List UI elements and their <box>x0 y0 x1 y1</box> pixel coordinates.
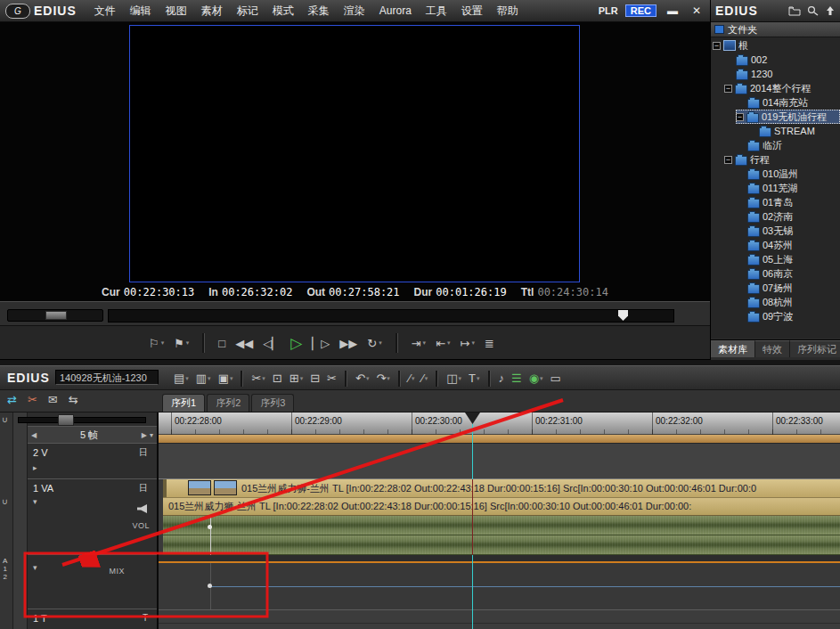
undo-button[interactable]: ↶▾ <box>353 371 371 386</box>
mix-label[interactable]: MIX <box>109 567 125 576</box>
track-header-2v[interactable]: 2 V 日 ▸ <box>28 444 157 479</box>
tab-sequence-3[interactable]: 序列3 <box>251 394 294 412</box>
folder-icon[interactable] <box>788 5 801 16</box>
collapse-icon[interactable]: − <box>736 113 744 121</box>
tab-effects[interactable]: 特效 <box>755 340 790 357</box>
inout-range-bar[interactable] <box>159 435 840 444</box>
set-out-button[interactable]: ⚑ ▾ <box>171 335 192 352</box>
tree-item-root[interactable]: − 根 <box>713 38 840 53</box>
position-marker[interactable] <box>618 310 628 321</box>
collapse-track-icon[interactable]: ▾ <box>33 497 37 506</box>
tree-item[interactable]: 02济南 <box>736 209 840 224</box>
menu-file[interactable]: 文件 <box>87 4 123 19</box>
sync-lock-icon[interactable]: ∪ <box>2 415 8 424</box>
rewind-button[interactable]: ◀◀ <box>232 335 256 352</box>
tree-item[interactable]: 09宁波 <box>736 309 840 323</box>
tree-item[interactable]: STREAM <box>747 124 840 138</box>
swap-mode-icon[interactable]: ⇆ <box>69 393 78 406</box>
tree-item[interactable]: 04苏州 <box>736 238 840 252</box>
title-track-icon[interactable]: T <box>143 613 148 623</box>
next-edit-point-button[interactable]: ↦ ▾ <box>458 335 477 352</box>
set-in-button[interactable]: ⚐ ▾ <box>146 335 167 352</box>
tree-item[interactable]: 011芜湖 <box>736 181 840 195</box>
tree-item[interactable]: 002 <box>724 53 840 67</box>
replace-button[interactable]: ⊟ <box>307 371 322 386</box>
jog-shuttle-button[interactable]: ≣ <box>482 335 497 352</box>
rec-mode-button[interactable]: REC <box>625 4 657 17</box>
track-lane-audio[interactable] <box>159 563 840 609</box>
tree-item[interactable]: 08杭州 <box>736 295 840 309</box>
add-cut-point-button[interactable]: ∕▾ <box>406 371 418 386</box>
copy-button[interactable]: ⊡ <box>270 371 285 386</box>
audio-mixer-button[interactable]: ☰ <box>509 371 525 386</box>
expand-track-icon[interactable]: ▸ <box>33 463 37 472</box>
tree-item[interactable]: 01青岛 <box>736 195 840 209</box>
video-mute-icon[interactable]: 日 <box>139 482 148 494</box>
collapse-track-icon[interactable]: ▾ <box>33 563 37 572</box>
video-clip[interactable]: 015兰州威力狮-兰州 TL [In:00:22:28:02 Out:00:22… <box>163 479 840 498</box>
chevron-down-icon[interactable]: ▾ <box>150 431 153 439</box>
trim-button[interactable]: ∕▾ <box>420 371 431 386</box>
tab-sequence-marker[interactable]: 序列标记 <box>790 340 840 357</box>
next-frame-button[interactable]: ▏▷ <box>309 335 332 352</box>
export-button[interactable]: ◉▾ <box>526 371 546 386</box>
step-right-icon[interactable]: ▶ <box>142 431 147 439</box>
minimize-button[interactable]: ▬ <box>664 4 681 17</box>
tree-item[interactable]: − 行程 <box>724 152 840 167</box>
menu-capture[interactable]: 采集 <box>301 4 337 19</box>
new-sequence-button[interactable]: ▤▾ <box>171 371 192 386</box>
search-icon[interactable] <box>807 5 819 16</box>
tree-item-selected[interactable]: − 019无机油行程 <box>736 110 840 124</box>
menu-aurora[interactable]: Aurora <box>372 4 419 17</box>
tree-item[interactable]: 1230 <box>724 67 840 81</box>
envelope-icon[interactable]: ✉ <box>48 393 58 406</box>
menu-mode[interactable]: 模式 <box>265 4 301 19</box>
voice-over-button[interactable]: ♪ <box>496 371 508 386</box>
timescale-ruler[interactable]: 00:22:28:00 00:22:29:00 00:22:30:00 00:2… <box>159 413 840 435</box>
monitor-mode-button[interactable]: ▭ <box>548 371 564 386</box>
track-header-mix[interactable]: ▾ MIX <box>28 555 157 609</box>
menu-tools[interactable]: 工具 <box>419 4 454 19</box>
play-button[interactable]: ▷ <box>288 332 305 355</box>
collapse-icon[interactable]: − <box>713 42 721 50</box>
open-project-button[interactable]: ▥▾ <box>193 371 214 386</box>
audio-waveform-ch1[interactable] <box>163 516 840 535</box>
menu-edit[interactable]: 编辑 <box>123 4 159 19</box>
volume-label[interactable]: VOL <box>132 521 150 530</box>
loop-playback-button[interactable]: ↻ ▾ <box>364 335 384 352</box>
track-lane-1t[interactable] <box>159 609 840 629</box>
shuttle-slider[interactable] <box>7 309 103 322</box>
tree-item[interactable]: 03无锡 <box>736 224 840 238</box>
close-button[interactable]: ✕ <box>689 4 705 17</box>
ripple-cut-button[interactable]: ✂ <box>324 371 339 386</box>
tree-item[interactable]: 07扬州 <box>736 281 840 295</box>
collapse-icon[interactable]: − <box>724 85 732 93</box>
tree-item[interactable]: 010温州 <box>736 167 840 181</box>
tree-item[interactable]: 06南京 <box>736 266 840 281</box>
insert-mode-icon[interactable]: ⇄ <box>7 393 17 406</box>
audio-clip-label-row[interactable]: 015兰州威力狮-兰州 TL [In:00:22:28:02 Out:00:22… <box>163 498 840 516</box>
step-left-icon[interactable]: ◀ <box>31 431 37 439</box>
menu-clip[interactable]: 素材 <box>194 4 230 19</box>
paste-button[interactable]: ⊞▾ <box>287 371 306 386</box>
save-project-button[interactable]: ▣▾ <box>216 371 236 386</box>
title-button[interactable]: T▾ <box>466 371 482 386</box>
goto-out-button[interactable]: ⇤ ▾ <box>433 335 453 352</box>
menu-view[interactable]: 视图 <box>159 4 194 19</box>
cut-button[interactable]: ✂▾ <box>249 371 267 386</box>
collapse-icon[interactable]: − <box>724 156 732 164</box>
menu-settings[interactable]: 设置 <box>454 4 490 19</box>
redo-button[interactable]: ↷▾ <box>373 371 392 386</box>
tab-sequence-2[interactable]: 序列2 <box>207 394 249 412</box>
previous-frame-button[interactable]: ◁▏ <box>260 335 283 352</box>
goto-in-button[interactable]: ⇥ ▾ <box>409 335 428 352</box>
shuttle-slider-handle[interactable] <box>45 311 67 320</box>
track-header-1va[interactable]: 1 VA 日 ▾ VOL <box>28 479 157 555</box>
menu-marker[interactable]: 标记 <box>230 4 265 19</box>
speaker-icon[interactable] <box>137 504 147 513</box>
tab-sequence-1[interactable]: 序列1 <box>162 394 205 412</box>
ripple-mode-icon[interactable]: ✂ <box>28 393 37 406</box>
volume-rubber-band[interactable] <box>210 586 840 587</box>
audio-waveform-ch2[interactable] <box>163 535 840 555</box>
position-bar[interactable] <box>108 309 674 323</box>
